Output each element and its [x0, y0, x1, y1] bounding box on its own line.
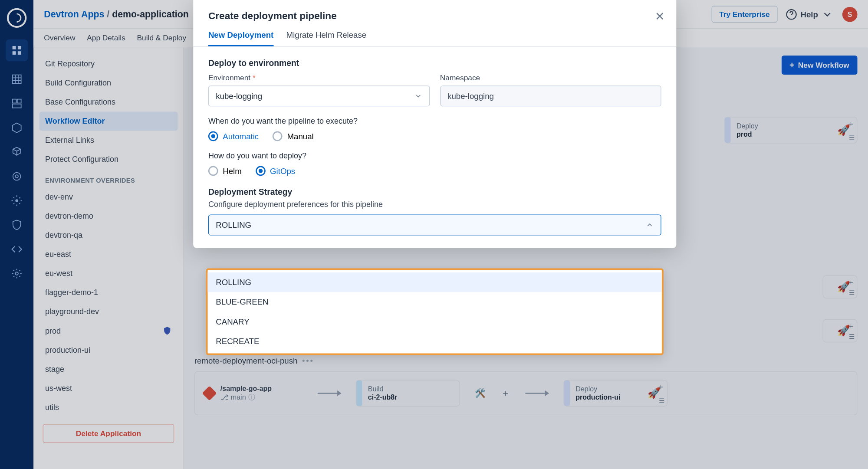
strategy-option-blue-green[interactable]: BLUE-GREEN: [208, 292, 662, 312]
close-icon[interactable]: ✕: [655, 10, 665, 22]
modal-title: Create deployment pipeline: [208, 10, 661, 22]
chevron-up-icon: [646, 221, 654, 229]
create-deployment-pipeline-modal: Create deployment pipeline ✕ New Deploym…: [193, 0, 676, 248]
tab-migrate-helm-release[interactable]: Migrate Helm Release: [286, 30, 367, 46]
namespace-value: kube-logging: [447, 92, 494, 101]
radio-automatic[interactable]: Automatic: [208, 131, 259, 141]
chevron-down-icon: [414, 92, 422, 100]
modal-tabs: New Deployment Migrate Helm Release: [193, 30, 676, 47]
strategy-dropdown: ROLLING BLUE-GREEN CANARY RECREATE: [206, 269, 664, 355]
deploy-question: How do you want to deploy?: [208, 151, 661, 160]
section-deployment-strategy: Deployment Strategy: [208, 187, 661, 197]
strategy-select[interactable]: ROLLING: [208, 215, 661, 236]
namespace-label: Namespace: [440, 73, 661, 82]
radio-helm[interactable]: Helm: [208, 166, 242, 176]
radio-manual[interactable]: Manual: [273, 131, 314, 141]
namespace-field: kube-logging: [440, 85, 661, 106]
environment-label: Environment *: [208, 73, 430, 82]
radio-gitops[interactable]: GitOps: [256, 166, 295, 176]
strategy-subtext: Configure deployment preferences for thi…: [208, 200, 661, 209]
execute-question: When do you want the pipeline to execute…: [208, 117, 661, 125]
section-deploy-to-environment: Deploy to environment: [208, 59, 661, 68]
strategy-option-recreate[interactable]: RECREATE: [208, 331, 662, 351]
strategy-value: ROLLING: [216, 220, 251, 230]
environment-value: kube-logging: [216, 92, 262, 101]
tab-new-deployment[interactable]: New Deployment: [208, 30, 273, 46]
environment-select[interactable]: kube-logging: [208, 85, 430, 106]
strategy-option-canary[interactable]: CANARY: [208, 312, 662, 331]
strategy-option-rolling[interactable]: ROLLING: [208, 272, 662, 292]
